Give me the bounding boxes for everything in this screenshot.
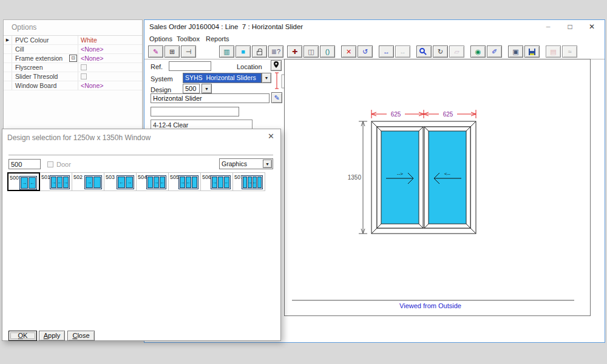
- design-thumbnails: 500→←501→←→502→503←→504→←505→←506→←507→←: [7, 172, 265, 191]
- mini-window-graphic: →←: [242, 175, 263, 189]
- cascade-button[interactable]: ▣: [508, 46, 523, 58]
- door-checkbox[interactable]: [47, 161, 53, 167]
- options-panel: Options ▶PVC ColourWhiteCill<None>Frame …: [3, 19, 143, 129]
- left-sash-mark: -->: [397, 171, 403, 177]
- dim-top-right: 625: [443, 111, 453, 118]
- design-selection-dialog: Design selection for 1250w x 1350h Windo…: [2, 129, 281, 341]
- design-thumb-504[interactable]: 504→←: [136, 172, 169, 191]
- curve-button[interactable]: ≈: [562, 46, 577, 58]
- location-button[interactable]: [271, 60, 282, 71]
- property-value[interactable]: <None>: [78, 54, 142, 62]
- edit-properties-button[interactable]: ✎: [148, 46, 163, 58]
- property-mid-cell: [69, 72, 78, 81]
- cascade-icon: ▣: [512, 49, 518, 55]
- cill-profile-button[interactable]: ⊣: [181, 46, 196, 58]
- system-combo-arrow[interactable]: ▼: [262, 73, 271, 83]
- panes-button[interactable]: ◫: [304, 46, 319, 58]
- flyscreen-checkbox[interactable]: [81, 64, 87, 70]
- property-value[interactable]: <None>: [78, 81, 142, 90]
- window-title: Sales Order J0160004 : Line 7 : Horizont…: [149, 23, 303, 30]
- color-picker-button[interactable]: ◉: [470, 46, 486, 58]
- design-thumb-500[interactable]: 500→←: [7, 172, 40, 191]
- design-thumb-506[interactable]: 506→←: [200, 172, 233, 191]
- design-code: 506: [202, 174, 211, 180]
- property-row-window-board[interactable]: Window Board<None>: [4, 81, 142, 90]
- pan-button[interactable]: ▱: [449, 46, 464, 58]
- glass-icon: ■: [241, 49, 245, 55]
- report-button[interactable]: ▤: [546, 46, 561, 58]
- property-label: Slider Thresold: [12, 72, 69, 81]
- slider-thresold-checkbox[interactable]: [81, 73, 87, 79]
- property-row-slider-thresold[interactable]: Slider Thresold: [4, 72, 142, 81]
- zoom-button[interactable]: [416, 46, 432, 58]
- description-input[interactable]: [151, 93, 270, 103]
- ref-input[interactable]: [169, 61, 211, 71]
- view-mode-combo-arrow[interactable]: ▼: [263, 160, 272, 168]
- ok-button[interactable]: OK: [8, 331, 37, 341]
- right-sash-mark: <--: [444, 171, 450, 177]
- drawing-canvas: 625 625 1350: [284, 59, 591, 316]
- apply-button[interactable]: Apply: [39, 331, 65, 341]
- dialog-close-icon[interactable]: ✕: [268, 132, 274, 141]
- dimension-icon: ↔: [383, 49, 390, 55]
- menu-options[interactable]: Options: [149, 35, 172, 42]
- glass-button[interactable]: ■: [236, 46, 251, 58]
- query-button[interactable]: ≣?: [268, 46, 283, 58]
- property-row-flyscreen[interactable]: Flyscreen: [4, 63, 142, 72]
- add-vent-button[interactable]: ✚: [287, 46, 302, 58]
- mini-window-graphic: →←: [178, 175, 198, 189]
- row-marker: [4, 72, 12, 81]
- rotate-button[interactable]: ↻: [433, 46, 448, 58]
- close-button[interactable]: ✕: [583, 21, 601, 33]
- close-button[interactable]: Close: [67, 331, 95, 341]
- property-value[interactable]: White: [78, 36, 142, 44]
- design-input[interactable]: [183, 84, 200, 93]
- rotate-icon: ↻: [438, 49, 443, 55]
- design-thumb-507[interactable]: 507→←: [232, 172, 265, 191]
- frame-profile-button[interactable]: ▥: [219, 46, 234, 58]
- separator: [8, 155, 273, 156]
- couplers-button[interactable]: (): [320, 46, 335, 58]
- chevron-down-icon: ▼: [205, 87, 209, 91]
- dim-side: 1350: [348, 174, 362, 181]
- dimension-alt-button[interactable]: ↔: [395, 46, 410, 58]
- undo-button[interactable]: ↺: [358, 46, 373, 58]
- property-row-pvc-colour[interactable]: ▶PVC ColourWhite: [4, 36, 142, 45]
- design-code: 502: [73, 174, 83, 180]
- glazing-item[interactable]: 4-12-4 Clear: [153, 121, 188, 129]
- design-thumb-503[interactable]: 503←→: [104, 172, 137, 191]
- design-thumb-505[interactable]: 505→←: [168, 172, 201, 191]
- menubar: Options Toolbox Reports: [144, 34, 605, 46]
- maximize-button[interactable]: □: [561, 21, 579, 33]
- property-value[interactable]: [78, 63, 142, 72]
- save-button[interactable]: [524, 46, 540, 58]
- grid-window-icon: ⊞: [169, 49, 175, 55]
- draw-icon: ✐: [492, 49, 497, 55]
- lock-button[interactable]: [252, 46, 267, 58]
- menu-toolbox[interactable]: Toolbox: [177, 35, 200, 42]
- design-thumb-502[interactable]: 502→: [72, 172, 104, 191]
- titlebar[interactable]: Sales Order J0160004 : Line 7 : Horizont…: [144, 20, 605, 34]
- view-mode-combo[interactable]: Graphics ▼: [219, 158, 273, 169]
- lock-icon: [257, 51, 262, 55]
- door-label: Door: [56, 161, 71, 168]
- location-label: Location: [237, 63, 262, 70]
- property-label: Flyscreen: [12, 63, 69, 72]
- design-code-input[interactable]: [8, 159, 41, 169]
- draw-button[interactable]: ✐: [487, 46, 502, 58]
- minimize-button[interactable]: –: [539, 21, 557, 33]
- design-thumb-501[interactable]: 501→←→: [39, 172, 72, 191]
- system-combo[interactable]: SYHS Horizontal Sliders: [183, 73, 262, 83]
- extra-input[interactable]: [151, 107, 239, 116]
- dimension-button[interactable]: ↔: [379, 46, 394, 58]
- edit-description-button[interactable]: ✎: [271, 92, 282, 103]
- property-row-cill[interactable]: Cill<None>: [4, 45, 142, 54]
- grid-window-button[interactable]: ⊞: [164, 46, 180, 58]
- property-value[interactable]: [78, 72, 142, 81]
- delete-button[interactable]: ✕: [341, 46, 356, 58]
- design-combo-arrow[interactable]: ▼: [202, 84, 212, 93]
- menu-reports[interactable]: Reports: [206, 35, 229, 42]
- property-value[interactable]: <None>: [78, 45, 142, 53]
- property-row-frame-extension[interactable]: Frame extension⊡<None>: [4, 54, 142, 63]
- frame-extension-picker-icon[interactable]: ⊡: [69, 55, 77, 62]
